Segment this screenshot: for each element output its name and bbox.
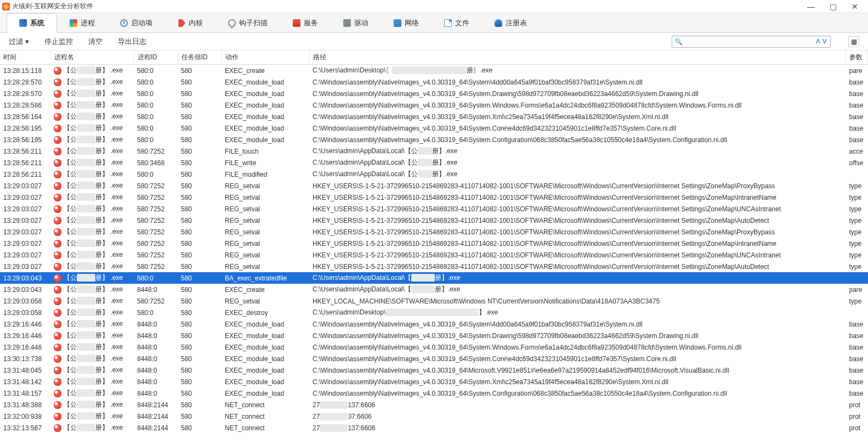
- table-row[interactable]: 13:29:03:027【公████册】 .exe580:7252580REG_…: [0, 192, 868, 203]
- table-row[interactable]: 13:28:56:164【公████册】 .exe580:0580EXEC_mo…: [0, 111, 868, 122]
- table-row[interactable]: 13:28:28:570【公████册】 .exe580:0580EXEC_mo…: [0, 76, 868, 88]
- table-row[interactable]: 13:28:56:211【公████册】 .exe580:0580FILE_mo…: [0, 168, 868, 180]
- cell-pid: 580:7252: [134, 192, 178, 203]
- cell-param: base: [846, 341, 868, 353]
- table-row[interactable]: 13:29:16:446【公████册】 .exe8448:0580EXEC_m…: [0, 330, 868, 341]
- filter-button[interactable]: 过滤 ▾: [9, 37, 29, 47]
- table-row[interactable]: 13:29:03:027【公████册】 .exe580:7252580REG_…: [0, 215, 868, 226]
- header-task[interactable]: 任务组ID: [178, 50, 222, 65]
- event-table-wrap[interactable]: 时间 进程名 进程ID 任务组ID 动作 路径 参数 13:28:15:118【…: [0, 50, 868, 444]
- cell-path: C:\Windows\assembly\NativeImages_v4.0.30…: [309, 341, 846, 353]
- cell-time: 13:29:03:043: [0, 272, 50, 284]
- table-row[interactable]: 13:28:56:211【公████册】 .exe580:3468580FILE…: [0, 157, 868, 168]
- cell-pid: 580:0: [134, 272, 178, 284]
- tab-driver[interactable]: 驱动: [331, 13, 381, 32]
- table-row[interactable]: 13:28:56:195【公████册】 .exe580:0580EXEC_mo…: [0, 122, 868, 134]
- table-row[interactable]: 13:32:13:567【公████册】 .exe8448:2144580NET…: [0, 422, 868, 434]
- tab-network[interactable]: 网络: [381, 13, 432, 32]
- table-row[interactable]: 13:29:03:043【公████册】 .exe8448:0580EXEC_c…: [0, 284, 868, 295]
- cell-process: 【公████册】 .exe: [50, 226, 134, 238]
- tab-service[interactable]: 服务: [280, 13, 331, 32]
- header-time[interactable]: 时间: [0, 50, 50, 65]
- table-row[interactable]: 13:28:28:586【公████册】 .exe580:0580EXEC_mo…: [0, 99, 868, 111]
- process-icon: [54, 274, 61, 282]
- cell-path: HKEY_USERS\S-1-5-21-372996510-2154869283…: [309, 192, 846, 203]
- cell-task: 580: [178, 261, 222, 272]
- cell-path: C:\Windows\assembly\NativeImages_v4.0.30…: [309, 76, 846, 88]
- clear-button[interactable]: 清空: [88, 37, 103, 47]
- table-row[interactable]: 13:28:56:195【公████册】 .exe580:0580EXEC_mo…: [0, 134, 868, 145]
- cell-pid: 580:0: [134, 99, 178, 111]
- process-icon: [54, 367, 61, 374]
- grid-toggle-button[interactable]: ▦: [848, 36, 859, 47]
- table-row[interactable]: 13:29:03:027【公████册】 .exe580:7252580REG_…: [0, 249, 868, 261]
- cell-param: prot: [846, 422, 868, 434]
- cell-param: base: [846, 330, 868, 341]
- table-row[interactable]: 13:29:16:446【公████册】 .exe8448:0580EXEC_m…: [0, 341, 868, 353]
- cell-path: C:\Windows\assembly\NativeImages_v4.0.30…: [309, 122, 846, 134]
- cell-path: HKEY_USERS\S-1-5-21-372996510-2154869283…: [309, 261, 846, 272]
- close-button[interactable]: ✕: [844, 1, 866, 13]
- process-icon: [54, 182, 61, 190]
- stop-monitor-button[interactable]: 停止监控: [44, 37, 73, 47]
- table-row[interactable]: 13:29:03:027【公████册】 .exe580:7252580REG_…: [0, 261, 868, 272]
- tab-label: 网络: [405, 18, 419, 28]
- cell-time: 13:31:48:388: [0, 399, 50, 411]
- table-row[interactable]: 13:28:56:211【公████册】 .exe580:7252580FILE…: [0, 145, 868, 157]
- header-process[interactable]: 进程名: [50, 50, 134, 65]
- table-row[interactable]: 13:31:48:157【公████册】 .exe8448:0580EXEC_m…: [0, 387, 868, 399]
- table-row[interactable]: 13:32:00:938【公████册】 .exe8448:2144580NET…: [0, 411, 868, 422]
- header-param[interactable]: 参数: [846, 50, 868, 65]
- export-log-button[interactable]: 导出日志: [118, 37, 146, 47]
- cell-time: 13:31:48:157: [0, 387, 50, 399]
- table-row[interactable]: 13:31:48:142【公████册】 .exe8448:0580EXEC_m…: [0, 376, 868, 387]
- tab-hook[interactable]: 钩子扫描: [215, 13, 280, 32]
- table-row[interactable]: 13:28:28:570【公████册】 .exe580:0580EXEC_mo…: [0, 88, 868, 99]
- table-row[interactable]: 13:29:03:027【公████册】 .exe580:7252580REG_…: [0, 226, 868, 238]
- table-row[interactable]: 13:29:03:027【公████册】 .exe580:7252580REG_…: [0, 203, 868, 215]
- table-row[interactable]: 13:29:03:027【公████册】 .exe580:7252580REG_…: [0, 180, 868, 192]
- search-down-button[interactable]: ᐯ: [821, 38, 828, 45]
- cell-pid: 580:0: [134, 168, 178, 180]
- cell-path: C:\Windows\assembly\NativeImages_v4.0.30…: [309, 330, 846, 341]
- table-row[interactable]: 13:29:03:058【公████册】 .exe580:0580EXEC_de…: [0, 307, 868, 318]
- search-up-button[interactable]: ᐱ: [815, 38, 821, 45]
- tab-registry[interactable]: 注册表: [482, 13, 540, 32]
- table-row[interactable]: 13:28:15:118【公████册】 .exe580:0580EXEC_cr…: [0, 65, 868, 77]
- table-row[interactable]: 13:30:13:738【公████册】 .exe8448:0580EXEC_m…: [0, 353, 868, 364]
- minimize-button[interactable]: —: [800, 1, 822, 13]
- cell-param: base: [846, 99, 868, 111]
- cell-process: 【公████册】 .exe: [50, 307, 134, 318]
- table-row[interactable]: 13:31:48:388【公████册】 .exe8448:2144580NET…: [0, 399, 868, 411]
- tab-kernel[interactable]: 内核: [165, 13, 215, 32]
- table-row[interactable]: 13:31:48:045【公████册】 .exe8448:0580EXEC_m…: [0, 364, 868, 376]
- tab-file[interactable]: 文件: [432, 13, 482, 32]
- cell-task: 580: [178, 88, 222, 99]
- cell-task: 580: [178, 134, 222, 145]
- search-input[interactable]: [685, 38, 815, 46]
- cell-time: 13:28:56:195: [0, 122, 50, 134]
- maximize-button[interactable]: ▢: [822, 1, 844, 13]
- process-name: 【公████册】 .exe: [64, 239, 123, 248]
- process-icon: [54, 332, 61, 340]
- cell-task: 580: [178, 376, 222, 387]
- cell-param: base: [846, 387, 868, 399]
- table-row[interactable]: 13:29:03:043【公████册】 .exe580:0580BA_exec…: [0, 272, 868, 284]
- cell-action: REG_setval: [222, 249, 309, 261]
- process-name: 【公████册】 .exe: [64, 354, 123, 363]
- cell-pid: 8448:0: [134, 387, 178, 399]
- cell-action: EXEC_module_load: [222, 376, 309, 387]
- tab-process[interactable]: 进程: [57, 13, 107, 32]
- header-action[interactable]: 动作: [222, 50, 309, 65]
- tab-startup[interactable]: 启动项: [107, 13, 165, 32]
- header-pid[interactable]: 进程ID: [134, 50, 178, 65]
- table-row[interactable]: 13:29:03:027【公████册】 .exe580:7252580REG_…: [0, 238, 868, 249]
- header-path[interactable]: 路径: [309, 50, 846, 65]
- cell-action: EXEC_destroy: [222, 307, 309, 318]
- table-row[interactable]: 13:29:03:058【公████册】 .exe580:7252580REG_…: [0, 295, 868, 307]
- process-name: 【公████册】 .exe: [64, 423, 123, 432]
- search-box[interactable]: 🔍 ᐱ ᐯ: [672, 36, 831, 48]
- table-row[interactable]: 13:29:16:446【公████册】 .exe8448:0580EXEC_m…: [0, 318, 868, 330]
- process-icon: [54, 67, 61, 75]
- tab-system[interactable]: 系统: [7, 13, 57, 33]
